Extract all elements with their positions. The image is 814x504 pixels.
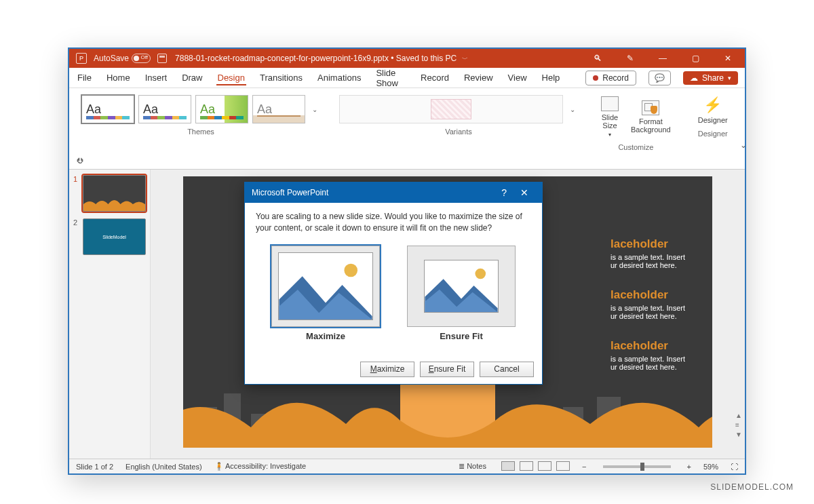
tab-view[interactable]: View	[507, 70, 528, 85]
zoom-level[interactable]: 59%	[703, 463, 718, 471]
dialog-titlebar: Microsoft PowerPoint ? ✕	[245, 182, 542, 203]
theme-option-4[interactable]: Aa	[252, 95, 305, 123]
ensure-fit-option-label: Ensure Fit	[440, 331, 483, 341]
tab-review[interactable]: Review	[463, 70, 495, 85]
comments-button[interactable]: 💬	[648, 71, 671, 85]
dialog-title-text: Microsoft PowerPoint	[252, 188, 328, 197]
slide-thumbnail-1[interactable]	[83, 175, 146, 212]
chevron-down-icon: ﹀	[462, 56, 468, 62]
record-button[interactable]: Record	[585, 71, 636, 85]
svg-point-9	[344, 263, 357, 277]
tab-record[interactable]: Record	[419, 70, 450, 85]
record-dot-icon	[593, 75, 598, 81]
slide-size-dialog: Microsoft PowerPoint ? ✕ You are scaling…	[244, 182, 543, 385]
notes-button[interactable]: ≣ Notes	[459, 462, 486, 471]
themes-expand-icon[interactable]: ⌄	[309, 106, 320, 113]
maximize-window-icon[interactable]: ▢	[685, 54, 705, 63]
quick-access-expand[interactable]: ⮋	[69, 155, 745, 169]
tab-insert[interactable]: Insert	[144, 70, 169, 85]
slide-size-button[interactable]: Slide Size▾	[597, 95, 623, 139]
variant-option[interactable]	[339, 95, 563, 123]
normal-view-icon[interactable]	[501, 461, 515, 471]
variants-expand-icon[interactable]: ⌄	[567, 106, 578, 113]
designer-group-label: Designer	[698, 128, 728, 140]
chevron-down-icon: ▾	[728, 75, 731, 81]
thumb-number: 2	[73, 218, 80, 255]
tab-transitions[interactable]: Transitions	[258, 70, 304, 85]
toggle-off-icon: Off	[132, 54, 151, 63]
tab-draw[interactable]: Draw	[180, 70, 204, 85]
status-bar: Slide 1 of 2 English (United States) 🧍 A…	[69, 459, 745, 473]
save-icon[interactable]	[157, 54, 167, 63]
designer-button[interactable]: ⚡ Designer	[694, 95, 732, 125]
theme-option-2[interactable]: Aa	[138, 95, 191, 123]
autosave-label: AutoSave	[94, 54, 129, 63]
maximize-option[interactable]: Maximize	[271, 246, 380, 341]
thumb-art	[83, 196, 145, 211]
tab-help[interactable]: Help	[541, 70, 562, 85]
close-icon[interactable]: ✕	[513, 187, 535, 198]
search-icon[interactable]: 🔍︎	[587, 54, 608, 63]
svg-point-11	[475, 268, 486, 279]
close-icon[interactable]: ✕	[718, 54, 738, 63]
document-title[interactable]: 7888-01-rocket-roadmap-concept-for-power…	[167, 54, 587, 64]
slide-counter[interactable]: Slide 1 of 2	[76, 463, 113, 471]
designer-icon: ⚡	[703, 96, 722, 114]
ensure-fit-button[interactable]: Ensure Fit	[420, 362, 474, 377]
ensure-fit-option[interactable]: Ensure Fit	[407, 246, 516, 341]
language-indicator[interactable]: English (United States)	[125, 463, 202, 471]
theme-option-1[interactable]: Aa	[81, 95, 134, 123]
fit-window-icon[interactable]: ⛶	[731, 463, 738, 471]
ensure-fit-preview-icon	[424, 260, 499, 313]
themes-group-label: Themes	[187, 126, 214, 138]
watermark: SLIDEMODEL.COM	[710, 482, 794, 492]
text-placeholder: laceholderis a sample text. Insertur des…	[610, 237, 685, 269]
account-icon[interactable]: ✎	[620, 54, 640, 63]
thumb-number: 1	[73, 175, 80, 212]
reading-view-icon[interactable]	[538, 461, 551, 471]
text-placeholder: laceholderis a sample text. Insertur des…	[610, 288, 685, 320]
tab-file[interactable]: File	[76, 70, 93, 85]
tab-design[interactable]: Design	[216, 70, 246, 85]
variants-group: ⌄ Variants	[334, 92, 583, 154]
zoom-in-icon[interactable]: +	[687, 463, 691, 471]
autosave-toggle[interactable]: AutoSave Off	[94, 54, 151, 63]
format-background-icon	[642, 100, 659, 115]
cancel-button[interactable]: Cancel	[480, 362, 534, 377]
filename-text: 7888-01-rocket-roadmap-concept-for-power…	[175, 54, 389, 63]
help-icon[interactable]: ?	[495, 187, 513, 198]
zoom-slider[interactable]	[603, 465, 671, 468]
slide-thumbnail-2[interactable]: SlideModel	[83, 218, 146, 255]
maximize-button[interactable]: Maximize	[360, 362, 414, 377]
designer-group: ⚡ Designer Designer	[689, 92, 737, 154]
collapse-ribbon-icon[interactable]: ⌄	[740, 138, 754, 154]
ribbon-tabs: File Home Insert Draw Design Transitions…	[69, 68, 745, 88]
dialog-message: You are scaling to a new slide size. Wou…	[256, 211, 531, 235]
thumb-logo-text: SlideModel	[102, 235, 126, 239]
customize-group-label: Customize	[618, 142, 653, 154]
accessibility-button[interactable]: 🧍 Accessibility: Investigate	[214, 462, 307, 471]
minimize-icon[interactable]: —	[653, 54, 673, 63]
placeholder-x-icon	[431, 99, 471, 119]
tab-slideshow[interactable]: Slide Show	[374, 65, 407, 91]
share-button[interactable]: ☁Share▾	[683, 71, 738, 85]
slide-nav-arrows[interactable]: ▲≡▼	[735, 412, 742, 438]
slide-size-icon	[601, 96, 619, 111]
zoom-out-icon[interactable]: −	[582, 463, 586, 471]
themes-group: Aa Aa Aa Aa ⌄ Themes	[76, 92, 326, 154]
theme-option-3[interactable]: Aa	[195, 95, 248, 123]
save-status-text: Saved to this PC	[396, 54, 457, 63]
format-background-button[interactable]: Format Background	[627, 99, 675, 135]
slide-thumbnail-pane[interactable]: 1 2 SlideModel	[69, 170, 151, 459]
maximize-preview-icon	[278, 252, 373, 320]
tab-animations[interactable]: Animations	[316, 70, 362, 85]
design-ribbon: Aa Aa Aa Aa ⌄ Themes ⌄ Variants Slide Si…	[69, 88, 745, 170]
maximize-option-label: Maximize	[306, 331, 345, 341]
tab-home[interactable]: Home	[105, 70, 132, 85]
slideshow-view-icon[interactable]	[556, 461, 570, 471]
variants-group-label: Variants	[445, 126, 472, 138]
sorter-view-icon[interactable]	[520, 461, 533, 471]
app-icon: P	[76, 53, 87, 64]
customize-group: Slide Size▾ Format Background Customize	[592, 92, 680, 154]
